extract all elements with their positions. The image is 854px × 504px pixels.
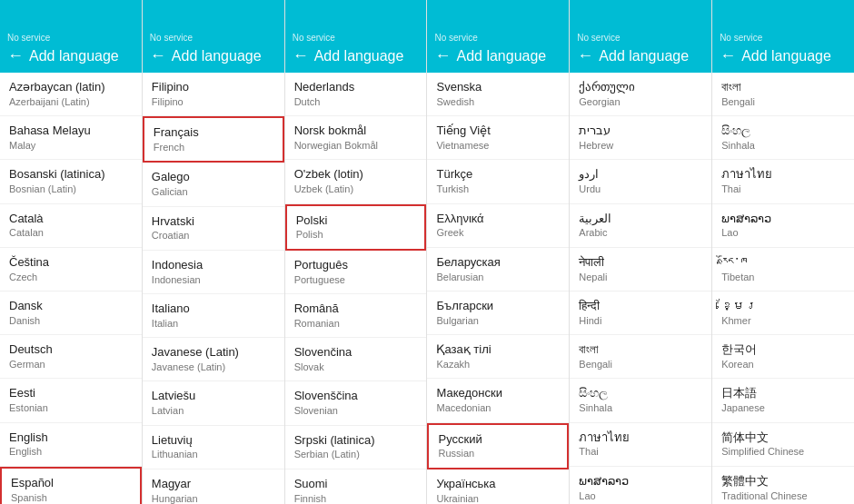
list-item[interactable]: ItalianoItalian — [143, 294, 284, 338]
language-native-name: Български — [436, 299, 560, 314]
list-item[interactable]: RomânăRomanian — [285, 294, 427, 338]
back-arrow-icon[interactable]: ← — [434, 46, 451, 65]
language-native-name: རྫོང་ཁ — [721, 255, 845, 271]
list-item[interactable]: EnglishEnglish — [0, 423, 142, 467]
list-item[interactable]: 繁體中文Traditional Chinese — [712, 467, 854, 504]
list-item[interactable]: العربيةArabic — [570, 204, 711, 248]
list-item[interactable]: TürkçeTurkish — [427, 160, 569, 203]
list-item[interactable]: УкраїнськаUkrainian — [427, 469, 569, 504]
list-item[interactable]: РусскийRussian — [427, 423, 569, 469]
column-3: No service←Add languageNederlandsDutchNo… — [285, 0, 428, 504]
list-item[interactable]: БеларускаяBelarusian — [427, 248, 569, 292]
list-item[interactable]: 日本語Japanese — [712, 379, 854, 422]
language-native-name: Italiano — [152, 301, 275, 317]
list-item[interactable]: SlovenščinaSlovenian — [285, 381, 427, 425]
language-english-name: Vietnamese — [436, 139, 560, 152]
list-item[interactable]: नेपालीNepali — [570, 248, 711, 292]
list-item[interactable]: Bosanski (latinica)Bosnian (Latin) — [0, 160, 142, 203]
language-native-name: Lietuvių — [152, 433, 275, 449]
list-item[interactable]: ΕλληνικάGreek — [427, 204, 569, 248]
language-native-name: Magyar — [152, 477, 275, 492]
list-item[interactable]: 简体中文Simplified Chinese — [712, 423, 854, 467]
list-item[interactable]: БългарскиBulgarian — [427, 292, 569, 335]
list-item[interactable]: Javanese (Latin)Javanese (Latin) — [143, 338, 284, 381]
list-item[interactable]: EestiEstonian — [0, 379, 142, 422]
list-item[interactable]: ພາສາລາວLao — [570, 467, 711, 504]
language-english-name: Simplified Chinese — [721, 445, 845, 458]
back-arrow-icon[interactable]: ← — [293, 46, 309, 65]
list-item[interactable]: ქართულიGeorgian — [570, 73, 711, 116]
language-english-name: Latvian — [152, 404, 275, 417]
header-6: No service←Add language — [712, 0, 854, 73]
list-item[interactable]: FilipinoFilipino — [143, 73, 284, 116]
language-english-name: Korean — [721, 358, 845, 371]
header-2: No service←Add language — [143, 0, 284, 73]
language-native-name: ภาษาไทย — [721, 167, 845, 183]
back-arrow-icon[interactable]: ← — [577, 46, 593, 65]
list-item[interactable]: МакедонскиMacedonian — [427, 379, 569, 422]
list-item[interactable]: SuomiFinnish — [285, 469, 427, 504]
list-item[interactable]: ภาษาไทยThai — [570, 423, 711, 467]
list-item[interactable]: ພາສາລາວLao — [712, 204, 854, 248]
list-item[interactable]: Srpski (latinica)Serbian (Latin) — [285, 426, 427, 469]
list-item[interactable]: PolskiPolish — [285, 204, 427, 251]
list-item[interactable]: ČeštinaCzech — [0, 248, 142, 292]
language-english-name: Dutch — [294, 95, 418, 108]
list-item[interactable]: Bahasa MelayuMalay — [0, 116, 142, 160]
language-english-name: English — [9, 445, 133, 458]
list-item[interactable]: LietuviųLithuanian — [143, 426, 284, 469]
list-item[interactable]: HrvatskiCroatian — [143, 207, 284, 251]
list-item[interactable]: MagyarHungarian — [143, 469, 284, 504]
back-arrow-icon[interactable]: ← — [7, 46, 24, 65]
add-language-title: Add language — [172, 48, 262, 64]
list-item[interactable]: اردوUrdu — [570, 160, 711, 203]
list-item[interactable]: বাংলাBengali — [712, 73, 854, 116]
list-item[interactable]: རྫོང་ཁTibetan — [712, 248, 854, 292]
list-item[interactable]: Norsk bokmålNorwegian Bokmål — [285, 116, 427, 160]
list-item[interactable]: FrançaisFrench — [143, 116, 284, 163]
list-item[interactable]: NederlandsDutch — [285, 73, 427, 116]
language-english-name: Greek — [436, 226, 560, 239]
list-item[interactable]: DanskDanish — [0, 292, 142, 335]
language-native-name: Azərbaycan (latin) — [9, 80, 133, 95]
list-item[interactable]: Қазақ тіліKazakh — [427, 335, 569, 379]
language-english-name: Swedish — [436, 95, 560, 108]
language-english-name: Nepali — [579, 271, 702, 283]
list-item[interactable]: Azərbaycan (latin)Azerbaijani (Latin) — [0, 73, 142, 116]
back-arrow-icon[interactable]: ← — [150, 46, 166, 65]
list-item[interactable]: ខ្មែរKhmer — [712, 292, 854, 335]
list-item[interactable]: বাংলাBengali — [570, 335, 711, 379]
list-item[interactable]: Tiếng ViệtVietnamese — [427, 116, 569, 160]
list-item[interactable]: DeutschGerman — [0, 335, 142, 379]
list-item[interactable]: O'zbek (lotin)Uzbek (Latin) — [285, 160, 427, 203]
language-english-name: Danish — [9, 314, 133, 327]
language-native-name: العربية — [579, 212, 702, 227]
list-item[interactable]: IndonesiaIndonesian — [143, 251, 284, 294]
language-native-name: Español — [11, 476, 131, 491]
list-item[interactable]: עבריתHebrew — [570, 116, 711, 160]
list-item[interactable]: हिन्दीHindi — [570, 292, 711, 335]
language-native-name: Norsk bokmål — [294, 124, 418, 139]
list-item[interactable]: EspañolSpanish — [0, 467, 142, 504]
list-item[interactable]: සිංහලSinhala — [712, 116, 854, 160]
language-native-name: Javanese (Latin) — [152, 345, 275, 361]
list-item[interactable]: GalegoGalician — [143, 163, 284, 206]
list-item[interactable]: PortuguêsPortuguese — [285, 251, 427, 294]
language-columns-container: No service←Add languageAzərbaycan (latin… — [0, 0, 854, 504]
back-arrow-icon[interactable]: ← — [720, 46, 736, 65]
language-native-name: हिन्दी — [579, 299, 702, 314]
list-item[interactable]: සිංහලSinhala — [570, 379, 711, 422]
language-english-name: Turkish — [436, 183, 560, 195]
list-item[interactable]: ภาษาไทยThai — [712, 160, 854, 203]
add-language-title: Add language — [314, 48, 404, 64]
list-item[interactable]: SvenskaSwedish — [427, 73, 569, 116]
list-item[interactable]: 한국어Korean — [712, 335, 854, 379]
list-item[interactable]: SlovenčinaSlovak — [285, 338, 427, 381]
header-1: No service←Add language — [0, 0, 142, 73]
language-english-name: Japanese — [721, 401, 845, 414]
language-english-name: Czech — [9, 271, 133, 283]
language-native-name: Tiếng Việt — [436, 124, 560, 139]
language-english-name: Polish — [296, 228, 416, 241]
list-item[interactable]: LatviešuLatvian — [143, 381, 284, 425]
list-item[interactable]: CatalàCatalan — [0, 204, 142, 248]
